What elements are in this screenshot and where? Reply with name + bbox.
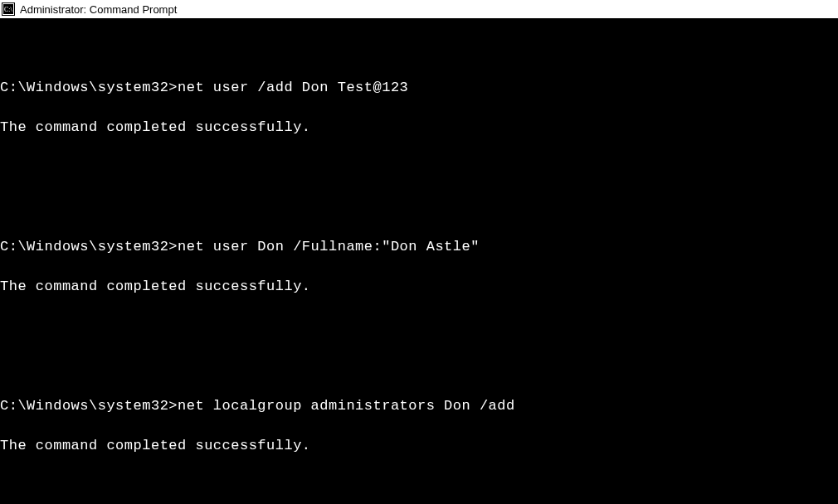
window-title: Administrator: Command Prompt [20, 3, 177, 16]
cmd-line: C:\Windows\system32>net user /add Don Te… [0, 78, 838, 98]
terminal-output[interactable]: C:\Windows\system32>net user /add Don Te… [0, 18, 838, 504]
svg-text:C:\: C:\ [4, 6, 13, 13]
window-titlebar[interactable]: C:\ Administrator: Command Prompt [0, 0, 838, 18]
cmd-line: C:\Windows\system32>net localgroup admin… [0, 396, 838, 416]
output-line: The command completed successfully. [0, 277, 838, 297]
output-line: The command completed successfully. [0, 118, 838, 138]
cmd-line: C:\Windows\system32>net user Don /Fullna… [0, 237, 838, 257]
output-line: The command completed successfully. [0, 436, 838, 456]
cmd-icon: C:\ [2, 2, 15, 16]
